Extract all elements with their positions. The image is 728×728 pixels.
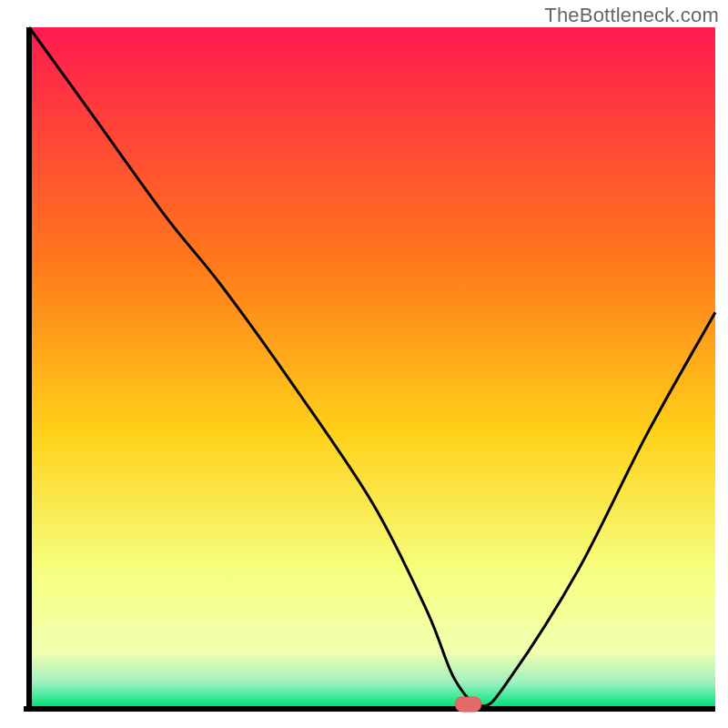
optimum-marker (456, 697, 481, 712)
watermark-text: TheBottleneck.com (544, 4, 719, 27)
gradient-background (29, 27, 715, 706)
bottleneck-chart (0, 0, 728, 728)
chart-container: { "watermark": "TheBottleneck.com", "col… (0, 0, 728, 728)
plot-area (24, 27, 715, 712)
